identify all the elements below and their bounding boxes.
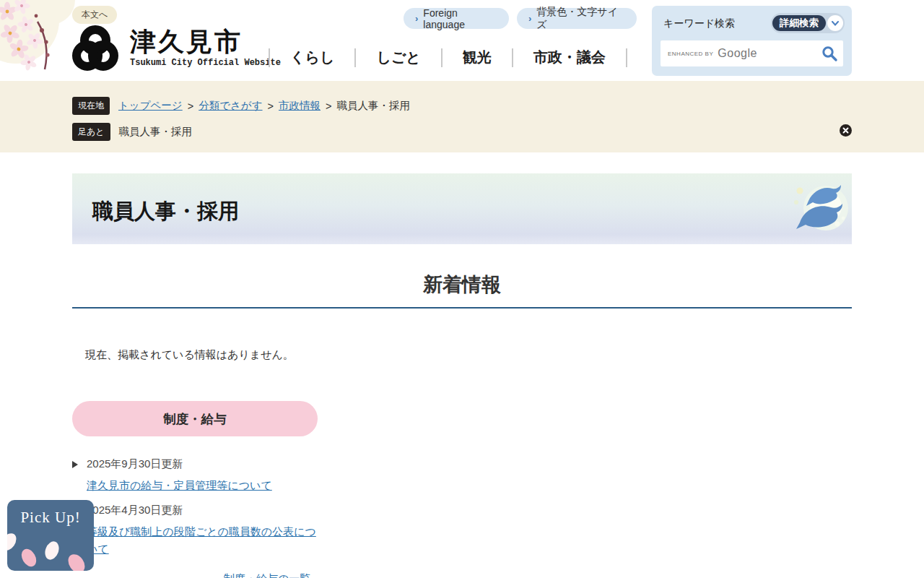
page-title-banner: 職員人事・採用 — [72, 173, 852, 244]
pickup-banner[interactable]: Pick Up! — [7, 500, 94, 571]
chevron-down-icon — [827, 15, 843, 31]
breadcrumb-current: 職員人事・採用 — [336, 99, 410, 113]
accessibility-label: 背景色・文字サイズ — [536, 6, 625, 32]
accessibility-settings-button[interactable]: › 背景色・文字サイズ — [517, 8, 637, 29]
nav-item-kanko[interactable]: 観光 — [463, 48, 492, 67]
nav-item-kurashi[interactable]: くらし — [290, 48, 334, 67]
foreign-language-button[interactable]: › Foreign language — [404, 8, 509, 29]
search-icon — [821, 45, 838, 62]
site-logo[interactable]: 津久見市 Tsukumi City Official Website — [66, 23, 281, 77]
breadcrumb-link-top[interactable]: トップページ — [118, 99, 183, 113]
breadcrumb-link-shisei[interactable]: 市政情報 — [279, 99, 321, 113]
nav-separator — [512, 48, 513, 67]
current-location-badge: 現在地 — [72, 97, 110, 115]
footprint-row: 足あと 職員人事・採用 — [72, 123, 192, 141]
breadcrumb-link-category[interactable]: 分類でさがす — [199, 99, 262, 113]
list-item: 2025年4月30日更新 等級及び職制上の段階ごとの職員数の公表について — [72, 504, 332, 558]
site-tagline: Tsukumi City Official Website — [130, 58, 281, 68]
site-header: 本文へ 津久見市 Tsukumi City Official Website く… — [0, 0, 924, 81]
chevron-right-icon: › — [415, 13, 418, 24]
news-heading: 新着情報 — [72, 272, 852, 298]
sakura-petal-icon — [7, 530, 94, 571]
skip-to-content-button[interactable]: 本文へ — [72, 6, 117, 24]
footprint-text: 職員人事・採用 — [119, 125, 193, 139]
nav-item-shigoto[interactable]: しごと — [376, 48, 420, 67]
site-name: 津久見市 — [130, 27, 281, 56]
chevron-right-icon: › — [528, 13, 531, 24]
dolphins-illustration — [794, 176, 850, 243]
nav-separator — [354, 48, 356, 67]
nav-separator — [269, 48, 270, 67]
breadcrumb-strip: 現在地 トップページ > 分類でさがす > 市政情報 > 職員人事・採用 足あと… — [0, 81, 924, 152]
search-field: ENHANCED BY Google — [661, 40, 843, 66]
empty-message: 現在、掲載されている情報はありません。 — [85, 348, 294, 362]
footprint-badge: 足あと — [72, 123, 110, 141]
advanced-search-label: 詳細検索 — [772, 15, 826, 31]
page: 本文へ 津久見市 Tsukumi City Official Website く… — [0, 0, 924, 578]
triangle-marker-icon — [72, 461, 78, 468]
nav-item-shisei-gikai[interactable]: 市政・議会 — [533, 48, 606, 67]
list-item: 2025年9月30日更新 津久見市の給与・定員管理等について — [72, 457, 332, 494]
nav-separator — [441, 48, 443, 67]
foreign-language-label: Foreign language — [423, 7, 497, 30]
search-input[interactable] — [661, 40, 843, 66]
item-link[interactable]: 津久見市の給与・定員管理等について — [87, 477, 319, 494]
keyword-search-label: キーワード検索 — [663, 17, 735, 30]
keyword-search-panel: キーワード検索 詳細検索 ENHANCED BY Google — [652, 6, 852, 76]
item-link[interactable]: 等級及び職制上の段階ごとの職員数の公表について — [87, 523, 319, 558]
category-button-seido-kyuyo[interactable]: 制度・給与 — [72, 401, 318, 436]
search-submit-button[interactable] — [820, 45, 839, 64]
category-list-link[interactable]: 制度・給与の一覧 — [224, 572, 310, 578]
close-icon — [840, 124, 852, 137]
breadcrumb: 現在地 トップページ > 分類でさがす > 市政情報 > 職員人事・採用 — [72, 97, 410, 115]
item-date: 2025年4月30日更新 — [87, 504, 183, 517]
heading-rule — [72, 307, 852, 309]
item-date: 2025年9月30日更新 — [87, 457, 183, 471]
city-logo-icon — [66, 23, 124, 77]
nav-separator — [626, 48, 627, 67]
page-title: 職員人事・採用 — [92, 197, 239, 226]
main-navigation: くらし しごと 観光 市政・議会 — [269, 48, 627, 67]
advanced-search-button[interactable]: 詳細検索 — [771, 13, 845, 33]
footprint-clear-button[interactable] — [840, 124, 852, 137]
pickup-label: Pick Up! — [7, 509, 94, 527]
